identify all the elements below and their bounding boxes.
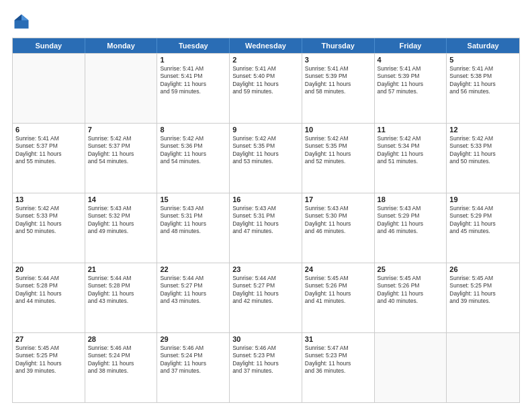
cal-cell-day-28: 28Sunrise: 5:46 AMSunset: 5:24 PMDayligh… (85, 333, 158, 402)
cal-cell-day-31: 31Sunrise: 5:47 AMSunset: 5:23 PMDayligh… (302, 333, 375, 402)
cell-info-line: Sunrise: 5:41 AM (232, 65, 299, 73)
cell-info-line: and 40 minutes. (378, 298, 444, 305)
cal-row-1: 1Sunrise: 5:41 AMSunset: 5:41 PMDaylight… (13, 53, 519, 123)
cal-cell-day-14: 14Sunrise: 5:43 AMSunset: 5:32 PMDayligh… (85, 193, 158, 263)
cell-info-line: Sunrise: 5:42 AM (232, 135, 299, 142)
svg-marker-1 (21, 15, 29, 21)
cal-row-5: 27Sunrise: 5:45 AMSunset: 5:25 PMDayligh… (13, 332, 519, 402)
cell-info-line: Sunrise: 5:44 AM (449, 205, 517, 212)
cell-info-line: Sunset: 5:27 PM (160, 282, 226, 289)
cell-info-line: Daylight: 11 hours (305, 220, 371, 228)
cell-info-line: and 48 minutes. (160, 228, 226, 235)
weekday-header-sunday: Sunday (13, 38, 85, 53)
cell-info-line: and 57 minutes. (378, 88, 444, 95)
cell-info-line: and 37 minutes. (232, 367, 299, 375)
cell-info-line: and 55 minutes. (15, 158, 82, 165)
cell-info-line: Daylight: 11 hours (160, 290, 226, 298)
day-number: 11 (378, 126, 444, 134)
weekday-header-tuesday: Tuesday (157, 38, 230, 53)
cell-info-line: and 46 minutes. (378, 228, 444, 235)
cell-info-line: and 56 minutes. (449, 88, 517, 95)
cell-info-line: Daylight: 11 hours (449, 290, 517, 298)
cell-info-line: Sunset: 5:35 PM (232, 142, 299, 150)
cal-cell-day-10: 10Sunrise: 5:42 AMSunset: 5:35 PMDayligh… (302, 124, 375, 193)
cell-info-line: Sunrise: 5:43 AM (305, 205, 371, 212)
cell-info-line: and 37 minutes. (160, 367, 226, 375)
cell-info-line: and 53 minutes. (232, 158, 299, 165)
cell-info-line: Daylight: 11 hours (15, 220, 82, 228)
cell-info-line: Sunrise: 5:46 AM (88, 345, 154, 352)
cell-info-line: Sunrise: 5:42 AM (378, 135, 444, 142)
cell-info-line: Daylight: 11 hours (160, 220, 226, 228)
cell-info-line: Sunset: 5:25 PM (449, 282, 517, 289)
cell-info-line: Daylight: 11 hours (449, 220, 517, 228)
cell-info-line: Sunrise: 5:42 AM (305, 135, 371, 142)
cell-info-line: Sunset: 5:40 PM (232, 73, 299, 80)
day-number: 28 (88, 335, 154, 343)
cell-info-line: Daylight: 11 hours (305, 81, 371, 88)
logo (12, 12, 34, 31)
cell-info-line: and 58 minutes. (305, 88, 371, 95)
cell-info-line: Sunrise: 5:44 AM (88, 275, 154, 282)
cell-info-line: Sunrise: 5:41 AM (378, 65, 444, 73)
cal-cell-day-3: 3Sunrise: 5:41 AMSunset: 5:39 PMDaylight… (302, 54, 375, 123)
cell-info-line: and 59 minutes. (232, 88, 299, 95)
cell-info-line: and 41 minutes. (305, 298, 371, 305)
cell-info-line: Sunrise: 5:45 AM (378, 275, 444, 282)
cell-info-line: Daylight: 11 hours (449, 150, 517, 158)
cell-info-line: and 38 minutes. (88, 367, 154, 375)
day-number: 15 (160, 195, 226, 203)
cell-info-line: Daylight: 11 hours (232, 150, 299, 158)
cell-info-line: Daylight: 11 hours (88, 150, 154, 158)
cell-info-line: Sunrise: 5:42 AM (88, 135, 154, 142)
cell-info-line: Sunrise: 5:43 AM (232, 205, 299, 212)
cell-info-line: and 39 minutes. (449, 298, 517, 305)
day-number: 22 (160, 265, 226, 273)
cell-info-line: Sunrise: 5:46 AM (160, 345, 226, 352)
day-number: 21 (88, 265, 154, 273)
cell-info-line: Sunrise: 5:41 AM (15, 135, 82, 142)
cell-info-line: Daylight: 11 hours (232, 360, 299, 367)
cell-info-line: Sunset: 5:26 PM (305, 282, 371, 289)
day-number: 14 (88, 195, 154, 203)
day-number: 10 (305, 126, 371, 134)
cell-info-line: Sunrise: 5:43 AM (160, 205, 226, 212)
cell-info-line: Sunset: 5:27 PM (232, 282, 299, 289)
cell-info-line: Sunset: 5:33 PM (15, 212, 82, 220)
day-number: 26 (449, 265, 517, 273)
cal-cell-day-21: 21Sunrise: 5:44 AMSunset: 5:28 PMDayligh… (85, 263, 158, 332)
cell-info-line: and 50 minutes. (449, 158, 517, 165)
cell-info-line: Sunrise: 5:41 AM (449, 65, 517, 73)
cell-info-line: Daylight: 11 hours (378, 290, 444, 298)
cell-info-line: Daylight: 11 hours (15, 150, 82, 158)
cell-info-line: Sunset: 5:23 PM (305, 352, 371, 359)
cell-info-line: Sunrise: 5:44 AM (232, 275, 299, 282)
day-number: 1 (160, 56, 226, 64)
cell-info-line: and 49 minutes. (88, 228, 154, 235)
day-number: 29 (160, 335, 226, 343)
cell-info-line: Daylight: 11 hours (160, 81, 226, 88)
cell-info-line: Sunset: 5:37 PM (15, 142, 82, 150)
day-number: 17 (305, 195, 371, 203)
cell-info-line: Sunset: 5:24 PM (88, 352, 154, 359)
cell-info-line: Sunset: 5:39 PM (305, 73, 371, 80)
cell-info-line: Sunrise: 5:46 AM (232, 345, 299, 352)
day-number: 19 (449, 195, 517, 203)
cal-cell-day-17: 17Sunrise: 5:43 AMSunset: 5:30 PMDayligh… (302, 193, 375, 263)
day-number: 2 (232, 56, 299, 64)
cell-info-line: Daylight: 11 hours (378, 220, 444, 228)
cell-info-line: and 43 minutes. (88, 298, 154, 305)
cell-info-line: and 36 minutes. (305, 367, 371, 375)
cell-info-line: and 52 minutes. (305, 158, 371, 165)
cell-info-line: Sunset: 5:24 PM (160, 352, 226, 359)
cell-info-line: and 59 minutes. (160, 88, 226, 95)
day-number: 30 (232, 335, 299, 343)
cal-cell-day-29: 29Sunrise: 5:46 AMSunset: 5:24 PMDayligh… (157, 333, 230, 402)
cell-info-line: Sunrise: 5:44 AM (160, 275, 226, 282)
day-number: 13 (15, 195, 82, 203)
day-number: 3 (305, 56, 371, 64)
cell-info-line: Sunrise: 5:42 AM (449, 135, 517, 142)
cell-info-line: Sunrise: 5:42 AM (15, 205, 82, 212)
svg-marker-2 (15, 15, 22, 21)
day-number: 18 (378, 195, 444, 203)
